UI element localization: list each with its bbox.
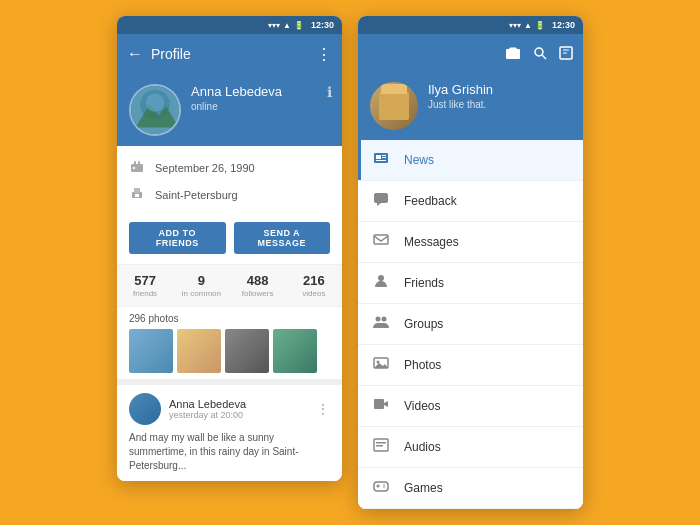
menu-item-photos[interactable]: Photos bbox=[358, 345, 583, 386]
photo-thumb-2[interactable] bbox=[177, 329, 221, 373]
menu-item-games[interactable]: Games bbox=[358, 468, 583, 509]
profile-section: Anna Lebedeva online ℹ bbox=[117, 74, 342, 146]
phones-container: ▾▾▾ ▲ 🔋 12:30 ← Profile ⋮ bbox=[117, 16, 583, 509]
svg-rect-35 bbox=[376, 445, 383, 447]
feedback-icon bbox=[372, 191, 390, 211]
left-phone: ▾▾▾ ▲ 🔋 12:30 ← Profile ⋮ bbox=[117, 16, 342, 481]
news-icon bbox=[372, 150, 390, 170]
svg-point-27 bbox=[382, 317, 387, 322]
feedback-label: Feedback bbox=[404, 194, 569, 208]
menu-item-friends[interactable]: Friends bbox=[358, 263, 583, 304]
right-avatar bbox=[370, 82, 418, 130]
svg-rect-5 bbox=[134, 161, 136, 165]
menu-item-audios[interactable]: Audios bbox=[358, 427, 583, 468]
birthday-text: September 26, 1990 bbox=[155, 162, 255, 174]
svg-rect-19 bbox=[382, 155, 386, 156]
right-profile-subtitle: Just like that. bbox=[428, 99, 493, 110]
right-signal-icon: ▾▾▾ bbox=[509, 21, 521, 30]
svg-rect-6 bbox=[138, 161, 140, 165]
followers-label: followers bbox=[234, 289, 282, 298]
menu-item-messages[interactable]: Messages bbox=[358, 222, 583, 263]
friends-label: Friends bbox=[404, 276, 569, 290]
audios-icon bbox=[372, 437, 390, 457]
profile-status: online bbox=[191, 101, 330, 112]
left-status-bar: ▾▾▾ ▲ 🔋 12:30 bbox=[117, 16, 342, 34]
stat-followers[interactable]: 488 followers bbox=[230, 265, 286, 306]
city-icon bbox=[129, 186, 145, 203]
right-profile-info: Ilya Grishin Just like that. bbox=[428, 82, 493, 110]
svg-rect-22 bbox=[374, 193, 388, 203]
svg-rect-4 bbox=[131, 164, 143, 172]
signal-icon: ▾▾▾ bbox=[268, 21, 280, 30]
detail-row-city: Saint-Petersburg bbox=[129, 181, 330, 208]
friends-label: friends bbox=[121, 289, 169, 298]
send-message-button[interactable]: SEND A MESSAGE bbox=[234, 222, 331, 254]
groups-label: Groups bbox=[404, 317, 569, 331]
stat-common[interactable]: 9 in common bbox=[173, 265, 229, 306]
post-avatar bbox=[129, 393, 161, 425]
videos-label: videos bbox=[290, 289, 338, 298]
svg-marker-23 bbox=[377, 203, 381, 206]
post-more-icon[interactable]: ⋮ bbox=[316, 401, 330, 417]
stats-bar: 577 friends 9 in common 488 followers 21… bbox=[117, 264, 342, 307]
stat-friends[interactable]: 577 friends bbox=[117, 265, 173, 306]
audios-label: Audios bbox=[404, 440, 569, 454]
right-wifi-icon: ▲ bbox=[524, 21, 532, 30]
followers-count: 488 bbox=[234, 273, 282, 288]
compose-icon[interactable] bbox=[559, 46, 573, 63]
stat-videos[interactable]: 216 videos bbox=[286, 265, 342, 306]
more-options-icon[interactable]: ⋮ bbox=[316, 45, 332, 64]
svg-line-13 bbox=[542, 55, 546, 59]
menu-item-feedback[interactable]: Feedback bbox=[358, 181, 583, 222]
svg-rect-18 bbox=[376, 155, 381, 159]
camera-icon[interactable] bbox=[505, 46, 521, 63]
svg-point-26 bbox=[376, 317, 381, 322]
svg-rect-21 bbox=[376, 160, 386, 161]
left-status-icons: ▾▾▾ ▲ 🔋 12:30 bbox=[268, 20, 334, 30]
post-text: And may my wall be like a sunny summerti… bbox=[129, 431, 330, 473]
common-label: in common bbox=[177, 289, 225, 298]
svg-rect-20 bbox=[382, 157, 386, 158]
photos-label: 296 photos bbox=[129, 313, 330, 324]
svg-rect-9 bbox=[134, 188, 140, 193]
right-status-bar: ▾▾▾ ▲ 🔋 12:30 bbox=[358, 16, 583, 34]
menu-list: News Feedback Messages Friends bbox=[358, 140, 583, 509]
svg-point-25 bbox=[378, 275, 384, 281]
add-to-friends-button[interactable]: AdD TO FRIENDS bbox=[129, 222, 226, 254]
post-header: Anna Lebedeva yesterday at 20:00 ⋮ bbox=[129, 393, 330, 425]
left-time: 12:30 bbox=[311, 20, 334, 30]
messages-icon bbox=[372, 232, 390, 252]
svg-rect-7 bbox=[133, 167, 135, 169]
svg-point-39 bbox=[383, 484, 385, 486]
detail-row-birthday: September 26, 1990 bbox=[129, 154, 330, 181]
common-count: 9 bbox=[177, 273, 225, 288]
photo-thumb-4[interactable] bbox=[273, 329, 317, 373]
svg-rect-24 bbox=[374, 235, 388, 244]
right-phone: ▾▾▾ ▲ 🔋 12:30 Ilya Grishin bbox=[358, 16, 583, 509]
info-icon[interactable]: ℹ bbox=[327, 84, 332, 100]
box-avatar-image bbox=[379, 92, 409, 120]
search-icon[interactable] bbox=[533, 46, 547, 63]
games-label: Games bbox=[404, 481, 569, 495]
right-battery-icon: 🔋 bbox=[535, 21, 545, 30]
photo-thumb-1[interactable] bbox=[129, 329, 173, 373]
right-time: 12:30 bbox=[552, 20, 575, 30]
news-label: News bbox=[404, 153, 569, 167]
avatar-image bbox=[131, 86, 179, 134]
back-arrow-icon[interactable]: ← bbox=[127, 45, 143, 63]
post-time: yesterday at 20:00 bbox=[169, 410, 308, 420]
svg-rect-34 bbox=[376, 442, 386, 444]
menu-item-groups[interactable]: Groups bbox=[358, 304, 583, 345]
action-buttons: AdD TO FRIENDS SEND A MESSAGE bbox=[117, 216, 342, 264]
profile-info: Anna Lebedeva online bbox=[191, 84, 330, 112]
photo-thumb-3[interactable] bbox=[225, 329, 269, 373]
profile-details: September 26, 1990 Saint-Petersburg bbox=[117, 146, 342, 216]
right-profile-name: Ilya Grishin bbox=[428, 82, 493, 97]
svg-marker-32 bbox=[384, 401, 388, 407]
messages-label: Messages bbox=[404, 235, 569, 249]
svg-point-40 bbox=[383, 486, 385, 488]
menu-item-videos[interactable]: Videos bbox=[358, 386, 583, 427]
groups-icon bbox=[372, 314, 390, 334]
birthday-icon bbox=[129, 159, 145, 176]
menu-item-news[interactable]: News bbox=[358, 140, 583, 181]
